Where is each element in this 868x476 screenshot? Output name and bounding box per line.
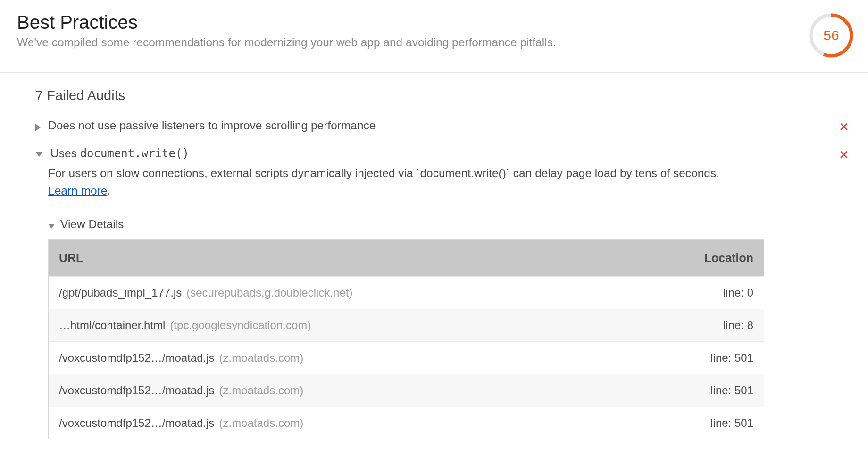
fail-icon: ✕ — [839, 119, 849, 133]
cell-url: /voxcustomdfp152…/moatad.js(z.moatads.co… — [59, 384, 678, 397]
url-path: /voxcustomdfp152…/moatad.js — [59, 351, 215, 364]
col-location: Location — [678, 251, 753, 265]
table-row: /voxcustomdfp152…/moatad.js(z.moatads.co… — [49, 407, 764, 439]
url-path: /gpt/pubads_impl_177.js — [59, 286, 182, 299]
page-header: Best Practices We've compiled some recom… — [0, 0, 868, 73]
cell-location: line: 0 — [678, 286, 753, 299]
cell-location: line: 8 — [678, 319, 753, 332]
audit-label-code: document.write() — [80, 147, 189, 160]
header-text: Best Practices We've compiled some recom… — [17, 12, 809, 49]
details-table: URL Location /gpt/pubads_impl_177.js(sec… — [48, 239, 764, 439]
url-path: /voxcustomdfp152…/moatad.js — [59, 416, 215, 429]
url-host: (z.moatads.com) — [219, 384, 304, 397]
cell-url: /voxcustomdfp152…/moatad.js(z.moatads.co… — [59, 351, 678, 365]
table-row: …html/container.html(tpc.googlesyndicati… — [49, 309, 764, 341]
page-title: Best Practices — [17, 12, 809, 33]
audit-label: Does not use passive listeners to improv… — [48, 119, 839, 132]
cell-location: line: 501 — [678, 416, 753, 430]
cell-url: /gpt/pubads_impl_177.js(securepubads.g.d… — [59, 286, 678, 299]
url-path: /voxcustomdfp152…/moatad.js — [59, 384, 215, 397]
chevron-down-icon — [48, 224, 55, 229]
table-row: /voxcustomdfp152…/moatad.js(z.moatads.co… — [49, 374, 764, 407]
section-title: 7 Failed Audits — [0, 81, 868, 112]
chevron-right-icon — [35, 124, 41, 131]
audit-label-pre: Uses — [50, 147, 80, 160]
url-path: …html/container.html — [59, 319, 165, 332]
table-row: /gpt/pubads_impl_177.js(securepubads.g.d… — [49, 276, 764, 309]
table-row: /voxcustomdfp152…/moatad.js(z.moatads.co… — [49, 341, 764, 374]
audit-header: Uses document.write() ✕ — [35, 147, 849, 161]
view-details-label: View Details — [60, 218, 124, 231]
cell-location: line: 501 — [678, 384, 753, 397]
audit-description: For users on slow connections, external … — [48, 165, 726, 200]
url-host: (z.moatads.com) — [219, 351, 304, 364]
cell-url: /voxcustomdfp152…/moatad.js(z.moatads.co… — [59, 416, 678, 430]
cell-location: line: 501 — [678, 351, 753, 365]
url-host: (z.moatads.com) — [219, 416, 304, 429]
cell-url: …html/container.html(tpc.googlesyndicati… — [59, 319, 678, 332]
url-host: (tpc.googlesyndication.com) — [170, 319, 311, 332]
table-header: URL Location — [49, 240, 764, 276]
score-value: 56 — [809, 13, 854, 58]
audit-item[interactable]: Does not use passive listeners to improv… — [0, 112, 868, 140]
page-subtitle: We've compiled some recommendations for … — [17, 36, 809, 49]
url-host: (securepubads.g.doubleclick.net) — [186, 286, 352, 299]
audit-label: Uses document.write() — [50, 147, 839, 160]
col-url: URL — [59, 251, 678, 265]
score-gauge: 56 — [809, 13, 854, 58]
learn-more-link[interactable]: Learn more — [48, 184, 107, 197]
view-details-toggle[interactable]: View Details — [48, 218, 849, 231]
audits-body: 7 Failed Audits Does not use passive lis… — [0, 73, 868, 439]
fail-icon: ✕ — [839, 147, 849, 161]
audit-header: Does not use passive listeners to improv… — [35, 119, 849, 133]
audit-item[interactable]: Uses document.write() ✕ For users on slo… — [0, 140, 868, 439]
chevron-down-icon — [35, 152, 43, 157]
audit-description-text: For users on slow connections, external … — [48, 167, 719, 179]
